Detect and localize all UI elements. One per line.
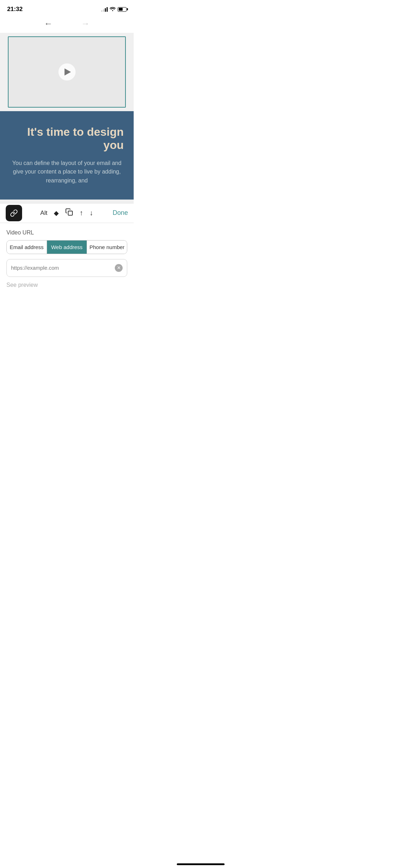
promo-card: It's time to design you You can define t…: [0, 111, 134, 200]
nav-bar: ← →: [0, 16, 134, 33]
tab-bar: Email address Web address Phone number: [6, 240, 127, 254]
battery-icon: [118, 7, 127, 12]
canvas-area: It's time to design you You can define t…: [0, 33, 134, 203]
link-icon: [10, 209, 18, 217]
toolbar-items: Alt ◆ ↑ ↓: [22, 208, 111, 218]
promo-body: You can define the layout of your email …: [10, 159, 124, 185]
tab-web[interactable]: Web address: [47, 241, 87, 254]
url-label: Video URL: [6, 229, 127, 236]
copy-icon[interactable]: [65, 208, 73, 218]
toolbar: Alt ◆ ↑ ↓ Done: [0, 203, 134, 223]
tab-phone[interactable]: Phone number: [87, 241, 127, 254]
signal-icon: [101, 7, 108, 12]
url-input[interactable]: [11, 265, 115, 271]
play-button[interactable]: [58, 63, 76, 81]
move-up-button[interactable]: ↑: [79, 209, 83, 217]
forward-button[interactable]: →: [81, 19, 90, 28]
svg-rect-0: [68, 211, 72, 216]
clear-button[interactable]: ✕: [115, 264, 123, 272]
wifi-icon: [110, 6, 115, 12]
url-section: Video URL Email address Web address Phon…: [0, 223, 134, 277]
link-button[interactable]: [6, 205, 22, 221]
url-input-wrapper: ✕: [6, 259, 127, 277]
alt-button[interactable]: Alt: [40, 210, 47, 217]
move-down-button[interactable]: ↓: [89, 209, 93, 217]
tab-email[interactable]: Email address: [7, 241, 47, 254]
play-icon: [65, 68, 71, 76]
back-button[interactable]: ←: [44, 19, 53, 28]
video-block[interactable]: [8, 36, 126, 108]
promo-title: It's time to design you: [10, 125, 124, 152]
status-icons: [101, 6, 127, 12]
see-preview[interactable]: See preview: [0, 282, 134, 295]
status-bar: 21:32: [0, 0, 134, 16]
video-block-wrapper: [0, 33, 134, 111]
done-button[interactable]: Done: [111, 209, 128, 217]
fill-icon[interactable]: ◆: [54, 209, 59, 217]
status-time: 21:32: [7, 6, 22, 13]
